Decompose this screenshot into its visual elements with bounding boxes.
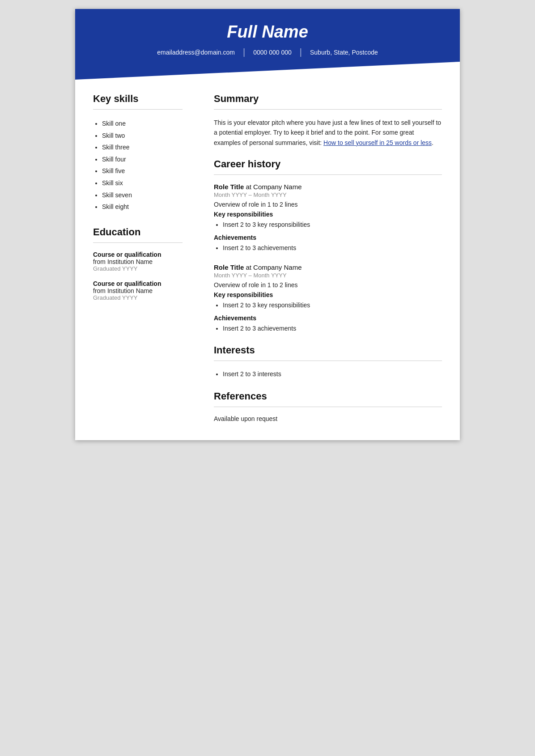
job-1-responsibility-1: Insert 2 to 3 key responsibilities: [223, 220, 442, 230]
job-1-company: at Company Name: [246, 183, 301, 191]
job-1-title: Role Title: [214, 183, 244, 191]
job-2-title: Role Title: [214, 263, 244, 271]
course-2: Course or qualification: [93, 280, 183, 287]
job-1-title-line: Role Title at Company Name: [214, 183, 442, 191]
interests-title: Interests: [214, 344, 442, 356]
summary-title: Summary: [214, 93, 442, 105]
education-section: Education Course or qualification from I…: [93, 226, 183, 301]
skills-list: Skill one Skill two Skill three Skill fo…: [93, 118, 183, 213]
job-2-overview: Overview of role in 1 to 2 lines: [214, 281, 442, 289]
interests-section: Interests Insert 2 to 3 interests: [214, 344, 442, 380]
job-2-achievements-heading: Achievements: [214, 314, 442, 322]
references-divider: [214, 407, 442, 407]
skill-8: Skill eight: [102, 201, 183, 213]
skill-7: Skill seven: [102, 189, 183, 201]
graduated-2: Graduated YYYY: [93, 294, 183, 301]
interest-1: Insert 2 to 3 interests: [223, 369, 442, 380]
education-divider: [93, 242, 183, 243]
left-column: Key skills Skill one Skill two Skill thr…: [75, 80, 196, 440]
skills-divider: [93, 109, 183, 110]
job-2-achievements-list: Insert 2 to 3 achievements: [214, 323, 442, 334]
institution-1: from Institution Name: [93, 258, 183, 265]
education-title: Education: [93, 226, 183, 238]
graduated-1: Graduated YYYY: [93, 265, 183, 272]
summary-end: .: [432, 139, 433, 146]
body-section: Key skills Skill one Skill two Skill thr…: [75, 80, 460, 440]
job-2-responsibility-1: Insert 2 to 3 key responsibilities: [223, 300, 442, 311]
skill-1: Skill one: [102, 118, 183, 130]
institution-2: from Institution Name: [93, 287, 183, 294]
skill-4: Skill four: [102, 153, 183, 166]
right-column: Summary This is your elevator pitch wher…: [196, 80, 460, 440]
job-1-overview: Overview of role in 1 to 2 lines: [214, 201, 442, 208]
full-name: Full Name: [93, 22, 442, 42]
education-entry-1: Course or qualification from Institution…: [93, 251, 183, 272]
education-entry-2: Course or qualification from Institution…: [93, 280, 183, 301]
interests-divider: [214, 361, 442, 361]
job-2-responsibilities-heading: Key responsibilities: [214, 291, 442, 298]
career-history-section: Career history Role Title at Company Nam…: [214, 158, 442, 334]
job-1-responsibilities-heading: Key responsibilities: [214, 211, 442, 218]
skill-2: Skill two: [102, 130, 183, 142]
job-2-company: at Company Name: [246, 263, 301, 271]
skill-3: Skill three: [102, 141, 183, 153]
job-1-achievements-list: Insert 2 to 3 achievements: [214, 243, 442, 254]
career-title: Career history: [214, 158, 442, 170]
header-section: Full Name emailaddress@domain.com | 0000…: [75, 9, 460, 80]
references-text: Available upon request: [214, 415, 442, 422]
summary-link[interactable]: How to sell yourself in 25 words or less: [323, 139, 432, 146]
resume-page: Full Name emailaddress@domain.com | 0000…: [75, 9, 460, 440]
job-2-dates: Month YYYY – Month YYYY: [214, 272, 442, 279]
job-2-title-line: Role Title at Company Name: [214, 263, 442, 271]
job-1-dates: Month YYYY – Month YYYY: [214, 191, 442, 198]
career-divider: [214, 174, 442, 175]
interests-list: Insert 2 to 3 interests: [214, 369, 442, 380]
email: emailaddress@domain.com: [149, 49, 243, 56]
summary-paragraph: This is your elevator pitch where you ha…: [214, 118, 442, 148]
address: Suburb, State, Postcode: [302, 49, 386, 56]
job-1-achievements-heading: Achievements: [214, 234, 442, 241]
job-entry-1: Role Title at Company Name Month YYYY – …: [214, 183, 442, 254]
references-title: References: [214, 391, 442, 402]
skills-title: Key skills: [93, 93, 183, 105]
job-2-responsibilities-list: Insert 2 to 3 key responsibilities: [214, 300, 442, 311]
job-entry-2: Role Title at Company Name Month YYYY – …: [214, 263, 442, 334]
phone: 0000 000 000: [245, 49, 300, 56]
references-section: References Available upon request: [214, 391, 442, 422]
contact-info: emailaddress@domain.com | 0000 000 000 |…: [93, 47, 442, 57]
skill-5: Skill five: [102, 165, 183, 177]
job-1-achievement-1: Insert 2 to 3 achievements: [223, 243, 442, 254]
course-1: Course or qualification: [93, 251, 183, 258]
summary-divider: [214, 109, 442, 110]
job-2-achievement-1: Insert 2 to 3 achievements: [223, 323, 442, 334]
skill-6: Skill six: [102, 177, 183, 189]
job-1-responsibilities-list: Insert 2 to 3 key responsibilities: [214, 220, 442, 230]
